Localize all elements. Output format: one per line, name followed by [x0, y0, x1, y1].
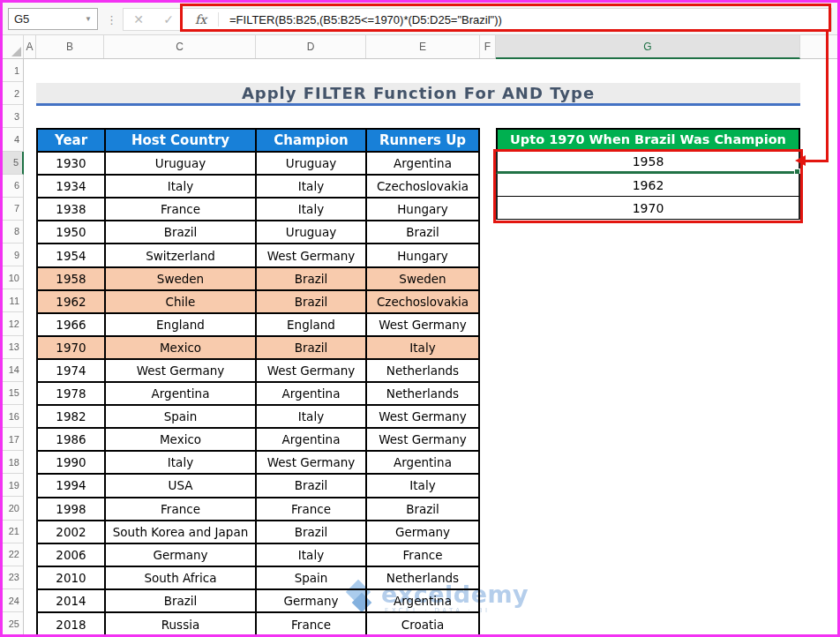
cell[interactable]: 1970: [38, 337, 106, 360]
cell[interactable]: Sweden: [106, 268, 257, 291]
cell[interactable]: Netherlands: [367, 567, 478, 590]
cell[interactable]: West Germany: [367, 406, 478, 429]
cell[interactable]: Argentina: [257, 429, 367, 452]
cell[interactable]: France: [367, 544, 478, 567]
cell[interactable]: Uruguay: [106, 153, 257, 176]
header-champion[interactable]: Champion: [257, 130, 367, 153]
cell[interactable]: 2006: [38, 544, 106, 567]
row-header-9[interactable]: 9: [3, 244, 23, 266]
cell[interactable]: Brazil: [257, 475, 367, 498]
cell[interactable]: West Germany: [367, 429, 478, 452]
column-header-A[interactable]: A: [24, 35, 36, 58]
row-header-18[interactable]: 18: [3, 451, 23, 474]
cell[interactable]: 1986: [38, 429, 106, 452]
row-header-16[interactable]: 16: [3, 405, 23, 428]
cell[interactable]: Germany: [257, 590, 367, 613]
row-header-14[interactable]: 14: [3, 359, 23, 382]
cell[interactable]: Brazil: [106, 590, 257, 613]
cell[interactable]: Brazil: [257, 268, 367, 291]
row-header-8[interactable]: 8: [3, 221, 23, 244]
formula-input[interactable]: =FILTER(B5:B25,(B5:B25<=1970)*(D5:D25="B…: [219, 13, 831, 26]
cell[interactable]: West Germany: [257, 452, 367, 475]
cell[interactable]: Argentina: [257, 383, 367, 406]
cell[interactable]: Hungary: [367, 199, 478, 221]
cell[interactable]: Brazil: [367, 498, 478, 521]
column-header-B[interactable]: B: [36, 35, 104, 58]
cell[interactable]: West Germany: [257, 244, 367, 267]
cell[interactable]: France: [257, 613, 367, 636]
row-header-11[interactable]: 11: [3, 289, 23, 312]
row-header-12[interactable]: 12: [3, 312, 23, 335]
cell[interactable]: Italy: [257, 544, 367, 567]
cell[interactable]: Argentina: [106, 383, 257, 406]
cell[interactable]: South Korea and Japan: [106, 521, 257, 544]
cell[interactable]: 1974: [38, 360, 106, 383]
row-header-2[interactable]: 2: [3, 82, 23, 105]
cell[interactable]: USA: [106, 475, 257, 498]
cell[interactable]: Germany: [367, 521, 478, 544]
cell[interactable]: Mexico: [106, 337, 257, 360]
cell[interactable]: 1994: [38, 475, 106, 498]
column-header-D[interactable]: D: [256, 35, 366, 58]
header-runners-up[interactable]: Runners Up: [367, 130, 478, 153]
row-header-17[interactable]: 17: [3, 428, 23, 451]
cell[interactable]: Italy: [257, 176, 367, 199]
row-header-3[interactable]: 3: [3, 105, 23, 128]
row-header-13[interactable]: 13: [3, 336, 23, 359]
row-header-21[interactable]: 21: [3, 521, 23, 543]
name-box[interactable]: G5 ▼: [8, 8, 98, 30]
cell[interactable]: Switzerland: [106, 244, 257, 267]
cell[interactable]: 1978: [38, 383, 106, 406]
row-header-22[interactable]: 22: [3, 543, 23, 566]
cell[interactable]: Italy: [367, 475, 478, 498]
cell[interactable]: Italy: [367, 337, 478, 360]
cell[interactable]: Brazil: [257, 521, 367, 544]
cell[interactable]: Brazil: [106, 221, 257, 244]
row-header-5[interactable]: 5: [3, 152, 24, 175]
header-host-country[interactable]: Host Country: [106, 130, 257, 153]
cell[interactable]: 1930: [38, 153, 106, 176]
cell[interactable]: Brazil: [257, 291, 367, 314]
insert-function-icon[interactable]: fx: [184, 12, 219, 26]
cell[interactable]: Netherlands: [367, 360, 478, 383]
cell[interactable]: Spain: [257, 567, 367, 590]
chevron-down-icon[interactable]: ▼: [85, 15, 92, 23]
cell[interactable]: England: [257, 314, 367, 337]
cell[interactable]: 1998: [38, 498, 106, 521]
cell[interactable]: 2018: [38, 613, 106, 636]
cell[interactable]: Sweden: [367, 268, 478, 291]
cell[interactable]: Czechoslovakia: [367, 176, 478, 199]
cell[interactable]: Chile: [106, 291, 257, 314]
row-header-23[interactable]: 23: [3, 566, 23, 589]
cell[interactable]: Italy: [106, 452, 257, 475]
cell[interactable]: Italy: [106, 176, 257, 199]
cell[interactable]: Argentina: [367, 590, 478, 613]
cell[interactable]: Uruguay: [257, 221, 367, 244]
row-header-10[interactable]: 10: [3, 266, 23, 289]
row-header-4[interactable]: 4: [3, 128, 23, 151]
cell[interactable]: Czechoslovakia: [367, 291, 478, 314]
cell[interactable]: Argentina: [367, 153, 478, 176]
result-cell-1970[interactable]: 1970: [496, 197, 800, 220]
cell[interactable]: 1966: [38, 314, 106, 337]
cell[interactable]: 2010: [38, 567, 106, 590]
cell[interactable]: France: [106, 498, 257, 521]
cell[interactable]: Italy: [257, 199, 367, 221]
cell[interactable]: France: [257, 498, 367, 521]
cell[interactable]: France: [106, 199, 257, 221]
cell[interactable]: 1962: [38, 291, 106, 314]
cell[interactable]: 2002: [38, 521, 106, 544]
column-header-G[interactable]: G: [496, 35, 800, 59]
row-header-1[interactable]: 1: [3, 59, 23, 82]
row-header-7[interactable]: 7: [3, 198, 23, 221]
cell[interactable]: Brazil: [257, 337, 367, 360]
cell[interactable]: 1982: [38, 406, 106, 429]
result-cell-1962[interactable]: 1962: [496, 174, 800, 197]
cell[interactable]: Russia: [106, 613, 257, 636]
column-header-F[interactable]: F: [480, 35, 496, 58]
column-header-E[interactable]: E: [366, 35, 480, 58]
cell[interactable]: Netherlands: [367, 383, 478, 406]
cell[interactable]: Argentina: [367, 452, 478, 475]
row-header-6[interactable]: 6: [3, 175, 23, 198]
header-year[interactable]: Year: [38, 130, 106, 153]
